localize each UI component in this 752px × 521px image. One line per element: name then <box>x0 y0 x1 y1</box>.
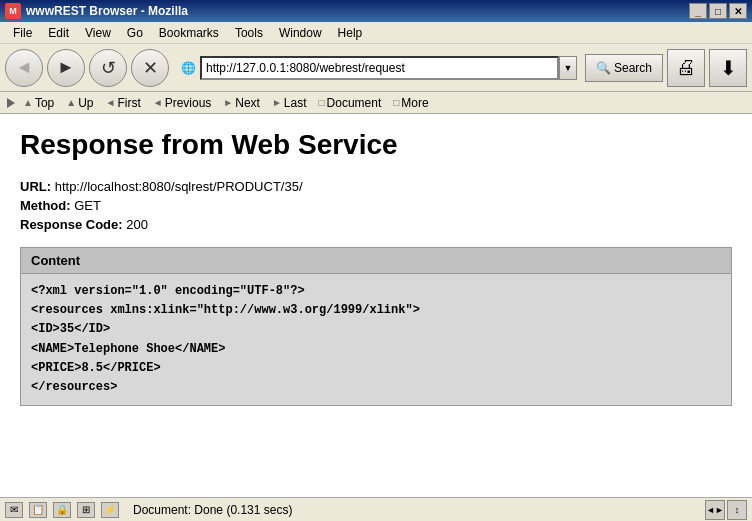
url-label: URL: <box>20 179 51 194</box>
address-icon: 🌐 <box>177 59 200 77</box>
menu-go[interactable]: Go <box>119 24 151 42</box>
toolbar: ◄ ► ↺ ✕ 🌐 ▼ 🔍 Search 🖨 ⬇ <box>0 44 752 92</box>
method-value: GET <box>74 198 101 213</box>
close-button[interactable]: ✕ <box>729 3 747 19</box>
resize-controls: ◄► ↕ <box>705 500 747 520</box>
address-dropdown[interactable]: ▼ <box>559 56 577 80</box>
menu-window[interactable]: Window <box>271 24 330 42</box>
status-icon-2: 📋 <box>29 502 47 518</box>
forward-button[interactable]: ► <box>47 49 85 87</box>
method-label: Method: <box>20 198 71 213</box>
stop-button[interactable]: ✕ <box>131 49 169 87</box>
resize-btn-2[interactable]: ↕ <box>727 500 747 520</box>
method-line: Method: GET <box>20 198 732 213</box>
window-controls[interactable]: _ □ ✕ <box>689 3 747 19</box>
nav-up[interactable]: ▲ Up <box>60 96 99 110</box>
xml-line-5: <PRICE>8.5</PRICE> <box>31 359 721 378</box>
content-box: Content <?xml version="1.0" encoding="UT… <box>20 247 732 406</box>
xml-line-4: <NAME>Telephone Shoe</NAME> <box>31 340 721 359</box>
info-section: URL: http://localhost:8080/sqlrest/PRODU… <box>20 179 732 232</box>
print-button[interactable]: 🖨 <box>667 49 705 87</box>
app-icon: M <box>5 3 21 19</box>
content-box-body: <?xml version="1.0" encoding="UTF-8"?> <… <box>21 274 731 405</box>
menu-help[interactable]: Help <box>330 24 371 42</box>
reload-button[interactable]: ↺ <box>89 49 127 87</box>
nav-links-bar: ▲ Top ▲ Up ◄ First ◄ Previous ► Next ► L… <box>0 92 752 114</box>
status-bar: ✉ 📋 🔒 ⊞ ⚡ Document: Done (0.131 secs) ◄►… <box>0 497 752 521</box>
nav-top[interactable]: ▲ Top <box>17 96 60 110</box>
page-title: Response from Web Service <box>20 129 732 161</box>
nav-document[interactable]: □ Document <box>313 96 388 110</box>
xml-line-3: <ID>35</ID> <box>31 320 721 339</box>
nav-next[interactable]: ► Next <box>217 96 266 110</box>
xml-line-6: </resources> <box>31 378 721 397</box>
status-icon-mail: ✉ <box>5 502 23 518</box>
menu-view[interactable]: View <box>77 24 119 42</box>
content-box-header: Content <box>21 248 731 274</box>
search-label: Search <box>614 61 652 75</box>
menu-tools[interactable]: Tools <box>227 24 271 42</box>
xml-line-2: <resources xmlns:xlink="http://www.w3.or… <box>31 301 721 320</box>
status-icon-5: ⚡ <box>101 502 119 518</box>
maximize-button[interactable]: □ <box>709 3 727 19</box>
downloads-button[interactable]: ⬇ <box>709 49 747 87</box>
address-bar: 🌐 ▼ <box>177 55 577 81</box>
window-title: wwwREST Browser - Mozilla <box>26 4 689 18</box>
nav-first[interactable]: ◄ First <box>100 96 147 110</box>
response-code-label: Response Code: <box>20 217 123 232</box>
status-icon-4: ⊞ <box>77 502 95 518</box>
search-icon: 🔍 <box>596 61 611 75</box>
xml-line-1: <?xml version="1.0" encoding="UTF-8"?> <box>31 282 721 301</box>
resize-btn-1[interactable]: ◄► <box>705 500 725 520</box>
status-text: Document: Done (0.131 secs) <box>125 503 699 517</box>
address-input[interactable] <box>200 56 559 80</box>
nav-last[interactable]: ► Last <box>266 96 313 110</box>
title-bar: M wwwREST Browser - Mozilla _ □ ✕ <box>0 0 752 22</box>
menu-file[interactable]: File <box>5 24 40 42</box>
menu-bar: File Edit View Go Bookmarks Tools Window… <box>0 22 752 44</box>
minimize-button[interactable]: _ <box>689 3 707 19</box>
nav-more[interactable]: □ More <box>387 96 434 110</box>
status-icon-3: 🔒 <box>53 502 71 518</box>
response-code-value: 200 <box>126 217 148 232</box>
response-code-line: Response Code: 200 <box>20 217 732 232</box>
content-area: Response from Web Service URL: http://lo… <box>0 114 752 497</box>
back-button[interactable]: ◄ <box>5 49 43 87</box>
url-line: URL: http://localhost:8080/sqlrest/PRODU… <box>20 179 732 194</box>
menu-bookmarks[interactable]: Bookmarks <box>151 24 227 42</box>
search-button[interactable]: 🔍 Search <box>585 54 663 82</box>
nav-left-arrow[interactable] <box>7 98 15 108</box>
menu-edit[interactable]: Edit <box>40 24 77 42</box>
url-value: http://localhost:8080/sqlrest/PRODUCT/35… <box>55 179 303 194</box>
nav-previous[interactable]: ◄ Previous <box>147 96 218 110</box>
